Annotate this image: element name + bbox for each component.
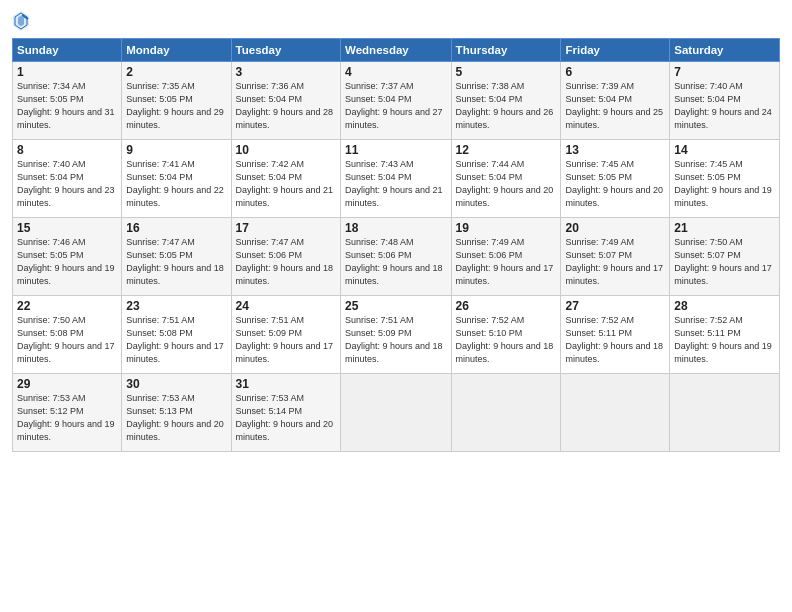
calendar-header-row: SundayMondayTuesdayWednesdayThursdayFrid… bbox=[13, 39, 780, 62]
day-info: Sunrise: 7:52 AMSunset: 5:10 PMDaylight:… bbox=[456, 315, 554, 364]
calendar-cell: 16Sunrise: 7:47 AMSunset: 5:05 PMDayligh… bbox=[122, 218, 231, 296]
day-number: 23 bbox=[126, 299, 226, 313]
calendar-week-row: 1Sunrise: 7:34 AMSunset: 5:05 PMDaylight… bbox=[13, 62, 780, 140]
day-header: Tuesday bbox=[231, 39, 340, 62]
calendar-cell: 18Sunrise: 7:48 AMSunset: 5:06 PMDayligh… bbox=[341, 218, 452, 296]
day-number: 27 bbox=[565, 299, 665, 313]
calendar-cell: 3Sunrise: 7:36 AMSunset: 5:04 PMDaylight… bbox=[231, 62, 340, 140]
day-number: 6 bbox=[565, 65, 665, 79]
calendar-cell: 30Sunrise: 7:53 AMSunset: 5:13 PMDayligh… bbox=[122, 374, 231, 452]
calendar-cell: 27Sunrise: 7:52 AMSunset: 5:11 PMDayligh… bbox=[561, 296, 670, 374]
logo-icon bbox=[12, 10, 30, 32]
calendar-cell: 11Sunrise: 7:43 AMSunset: 5:04 PMDayligh… bbox=[341, 140, 452, 218]
day-number: 9 bbox=[126, 143, 226, 157]
day-info: Sunrise: 7:49 AMSunset: 5:06 PMDaylight:… bbox=[456, 237, 554, 286]
day-number: 18 bbox=[345, 221, 447, 235]
calendar-cell: 20Sunrise: 7:49 AMSunset: 5:07 PMDayligh… bbox=[561, 218, 670, 296]
day-number: 22 bbox=[17, 299, 117, 313]
calendar-cell: 14Sunrise: 7:45 AMSunset: 5:05 PMDayligh… bbox=[670, 140, 780, 218]
day-number: 3 bbox=[236, 65, 336, 79]
calendar-cell: 24Sunrise: 7:51 AMSunset: 5:09 PMDayligh… bbox=[231, 296, 340, 374]
calendar-cell: 6Sunrise: 7:39 AMSunset: 5:04 PMDaylight… bbox=[561, 62, 670, 140]
day-number: 14 bbox=[674, 143, 775, 157]
day-info: Sunrise: 7:39 AMSunset: 5:04 PMDaylight:… bbox=[565, 81, 663, 130]
day-info: Sunrise: 7:49 AMSunset: 5:07 PMDaylight:… bbox=[565, 237, 663, 286]
day-number: 15 bbox=[17, 221, 117, 235]
day-number: 25 bbox=[345, 299, 447, 313]
calendar-body: 1Sunrise: 7:34 AMSunset: 5:05 PMDaylight… bbox=[13, 62, 780, 452]
day-header: Wednesday bbox=[341, 39, 452, 62]
day-number: 24 bbox=[236, 299, 336, 313]
day-info: Sunrise: 7:40 AMSunset: 5:04 PMDaylight:… bbox=[674, 81, 772, 130]
day-number: 28 bbox=[674, 299, 775, 313]
calendar-cell: 22Sunrise: 7:50 AMSunset: 5:08 PMDayligh… bbox=[13, 296, 122, 374]
calendar-cell: 31Sunrise: 7:53 AMSunset: 5:14 PMDayligh… bbox=[231, 374, 340, 452]
day-number: 30 bbox=[126, 377, 226, 391]
calendar-cell: 15Sunrise: 7:46 AMSunset: 5:05 PMDayligh… bbox=[13, 218, 122, 296]
day-number: 4 bbox=[345, 65, 447, 79]
day-info: Sunrise: 7:51 AMSunset: 5:09 PMDaylight:… bbox=[345, 315, 443, 364]
day-number: 21 bbox=[674, 221, 775, 235]
calendar-cell bbox=[451, 374, 561, 452]
day-info: Sunrise: 7:52 AMSunset: 5:11 PMDaylight:… bbox=[674, 315, 772, 364]
day-info: Sunrise: 7:53 AMSunset: 5:14 PMDaylight:… bbox=[236, 393, 334, 442]
calendar-week-row: 15Sunrise: 7:46 AMSunset: 5:05 PMDayligh… bbox=[13, 218, 780, 296]
calendar-cell: 26Sunrise: 7:52 AMSunset: 5:10 PMDayligh… bbox=[451, 296, 561, 374]
calendar-cell: 2Sunrise: 7:35 AMSunset: 5:05 PMDaylight… bbox=[122, 62, 231, 140]
calendar-cell: 21Sunrise: 7:50 AMSunset: 5:07 PMDayligh… bbox=[670, 218, 780, 296]
day-info: Sunrise: 7:42 AMSunset: 5:04 PMDaylight:… bbox=[236, 159, 334, 208]
calendar-cell: 29Sunrise: 7:53 AMSunset: 5:12 PMDayligh… bbox=[13, 374, 122, 452]
day-number: 7 bbox=[674, 65, 775, 79]
calendar-cell: 5Sunrise: 7:38 AMSunset: 5:04 PMDaylight… bbox=[451, 62, 561, 140]
day-info: Sunrise: 7:43 AMSunset: 5:04 PMDaylight:… bbox=[345, 159, 443, 208]
day-number: 29 bbox=[17, 377, 117, 391]
day-info: Sunrise: 7:53 AMSunset: 5:13 PMDaylight:… bbox=[126, 393, 224, 442]
day-number: 1 bbox=[17, 65, 117, 79]
calendar-cell bbox=[670, 374, 780, 452]
day-number: 16 bbox=[126, 221, 226, 235]
day-info: Sunrise: 7:37 AMSunset: 5:04 PMDaylight:… bbox=[345, 81, 443, 130]
day-header: Friday bbox=[561, 39, 670, 62]
calendar-cell: 7Sunrise: 7:40 AMSunset: 5:04 PMDaylight… bbox=[670, 62, 780, 140]
day-info: Sunrise: 7:50 AMSunset: 5:07 PMDaylight:… bbox=[674, 237, 772, 286]
day-info: Sunrise: 7:44 AMSunset: 5:04 PMDaylight:… bbox=[456, 159, 554, 208]
calendar-container: SundayMondayTuesdayWednesdayThursdayFrid… bbox=[0, 0, 792, 612]
day-info: Sunrise: 7:45 AMSunset: 5:05 PMDaylight:… bbox=[565, 159, 663, 208]
day-info: Sunrise: 7:53 AMSunset: 5:12 PMDaylight:… bbox=[17, 393, 115, 442]
calendar-week-row: 29Sunrise: 7:53 AMSunset: 5:12 PMDayligh… bbox=[13, 374, 780, 452]
calendar-cell bbox=[561, 374, 670, 452]
day-number: 17 bbox=[236, 221, 336, 235]
day-info: Sunrise: 7:50 AMSunset: 5:08 PMDaylight:… bbox=[17, 315, 115, 364]
logo bbox=[12, 10, 34, 32]
day-info: Sunrise: 7:47 AMSunset: 5:06 PMDaylight:… bbox=[236, 237, 334, 286]
calendar-cell: 8Sunrise: 7:40 AMSunset: 5:04 PMDaylight… bbox=[13, 140, 122, 218]
day-info: Sunrise: 7:41 AMSunset: 5:04 PMDaylight:… bbox=[126, 159, 224, 208]
calendar-week-row: 22Sunrise: 7:50 AMSunset: 5:08 PMDayligh… bbox=[13, 296, 780, 374]
day-number: 19 bbox=[456, 221, 557, 235]
day-number: 13 bbox=[565, 143, 665, 157]
calendar-cell: 1Sunrise: 7:34 AMSunset: 5:05 PMDaylight… bbox=[13, 62, 122, 140]
calendar-cell: 17Sunrise: 7:47 AMSunset: 5:06 PMDayligh… bbox=[231, 218, 340, 296]
day-info: Sunrise: 7:34 AMSunset: 5:05 PMDaylight:… bbox=[17, 81, 115, 130]
day-number: 10 bbox=[236, 143, 336, 157]
day-info: Sunrise: 7:51 AMSunset: 5:08 PMDaylight:… bbox=[126, 315, 224, 364]
day-info: Sunrise: 7:40 AMSunset: 5:04 PMDaylight:… bbox=[17, 159, 115, 208]
calendar-cell: 19Sunrise: 7:49 AMSunset: 5:06 PMDayligh… bbox=[451, 218, 561, 296]
calendar-cell: 28Sunrise: 7:52 AMSunset: 5:11 PMDayligh… bbox=[670, 296, 780, 374]
day-info: Sunrise: 7:38 AMSunset: 5:04 PMDaylight:… bbox=[456, 81, 554, 130]
header bbox=[12, 10, 780, 32]
calendar-cell bbox=[341, 374, 452, 452]
day-number: 26 bbox=[456, 299, 557, 313]
calendar-table: SundayMondayTuesdayWednesdayThursdayFrid… bbox=[12, 38, 780, 452]
calendar-cell: 9Sunrise: 7:41 AMSunset: 5:04 PMDaylight… bbox=[122, 140, 231, 218]
day-info: Sunrise: 7:36 AMSunset: 5:04 PMDaylight:… bbox=[236, 81, 334, 130]
day-info: Sunrise: 7:46 AMSunset: 5:05 PMDaylight:… bbox=[17, 237, 115, 286]
calendar-cell: 25Sunrise: 7:51 AMSunset: 5:09 PMDayligh… bbox=[341, 296, 452, 374]
day-number: 5 bbox=[456, 65, 557, 79]
day-info: Sunrise: 7:52 AMSunset: 5:11 PMDaylight:… bbox=[565, 315, 663, 364]
calendar-cell: 23Sunrise: 7:51 AMSunset: 5:08 PMDayligh… bbox=[122, 296, 231, 374]
day-header: Monday bbox=[122, 39, 231, 62]
day-header: Thursday bbox=[451, 39, 561, 62]
day-number: 11 bbox=[345, 143, 447, 157]
day-number: 2 bbox=[126, 65, 226, 79]
